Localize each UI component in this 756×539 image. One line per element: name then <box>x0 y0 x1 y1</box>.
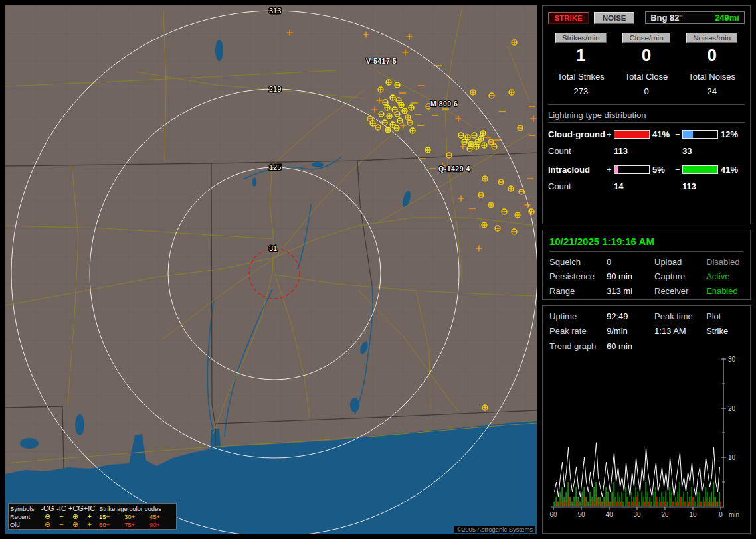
svg-text:313: 313 <box>269 7 281 15</box>
right-panel: STRIKE NOISE Bng 82° 249mi Strikes/min C… <box>542 5 751 534</box>
pcg-old-icon: ⊕ <box>68 521 82 528</box>
count-label: Count <box>548 181 607 191</box>
ic-minus-pct: 41% <box>718 165 741 175</box>
cloud-ground-label: Cloud-ground <box>548 129 607 139</box>
svg-text:30: 30 <box>728 356 736 363</box>
peak-rate-value: 9/min <box>607 326 654 336</box>
legend-recent-label: Recent <box>10 513 41 520</box>
lightning-map[interactable]: V-5417 5M 800 6Q-1429 4 31125219313 Symb… <box>5 5 537 534</box>
plus-sign: + <box>607 165 614 175</box>
cloud-ground-row: Cloud-ground + 41% − 12% Count 113 33 <box>548 129 745 156</box>
strike-legend: Symbols -CG -IC +CG +IC Strike age color… <box>8 503 177 530</box>
close-per-min-chip[interactable]: Close/min <box>622 33 670 43</box>
squelch-label: Squelch <box>549 257 607 267</box>
pic-recent-icon: + <box>82 513 96 520</box>
capture-value: Active <box>706 271 743 281</box>
range-value: 313 mi <box>607 286 654 296</box>
cg-plus-bar <box>614 130 650 139</box>
distribution-title: Lightning type distribution <box>548 110 745 120</box>
nexstorm-window: V-5417 5M 800 6Q-1429 4 31125219313 Symb… <box>0 0 756 539</box>
trend-graph: 3020106050403020100min <box>549 355 743 521</box>
ic-minus-count: 113 <box>682 181 718 191</box>
ncg-old-icon: ⊖ <box>41 521 54 528</box>
cg-minus-count: 33 <box>682 146 718 156</box>
svg-text:60: 60 <box>549 511 557 518</box>
legend-old-label: Old <box>10 521 41 528</box>
plot-label: Plot <box>706 311 743 321</box>
plus-sign: + <box>607 129 614 139</box>
total-strikes-value: 273 <box>548 86 614 96</box>
bearing-readout: Bng 82° 249mi <box>645 11 745 24</box>
legend-col-pic: +IC <box>82 505 96 512</box>
bearing-value: Bng 82° <box>650 13 683 23</box>
status-box: 10/21/2025 1:19:16 AM Squelch 0 Upload D… <box>542 230 751 300</box>
ic-plus-pct: 5% <box>650 165 675 175</box>
range-label: Range <box>549 286 607 296</box>
svg-text:219: 219 <box>269 85 281 93</box>
nic-recent-icon: − <box>54 513 68 520</box>
legend-col-nic: -IC <box>54 505 68 512</box>
strike-button[interactable]: STRIKE <box>548 12 589 24</box>
legend-symbols-title: Symbols <box>10 505 41 512</box>
minus-sign: − <box>675 129 682 139</box>
datetime: 10/21/2025 1:19:16 AM <box>549 236 743 247</box>
svg-text:20: 20 <box>728 405 736 412</box>
total-close-label: Total Close <box>614 72 680 82</box>
upload-label: Upload <box>654 257 706 267</box>
total-noises-label: Total Noises <box>679 72 745 82</box>
count-label: Count <box>548 146 607 156</box>
peak-time-label: Peak time <box>654 311 706 321</box>
svg-text:10: 10 <box>728 454 736 461</box>
session-box: Uptime 92:49 Peak time Plot Peak rate 9/… <box>542 305 751 534</box>
ic-plus-count: 14 <box>614 181 650 191</box>
peak-time-value: 1:13 AM <box>654 326 706 336</box>
svg-text:40: 40 <box>605 511 613 518</box>
distance-value: 249mi <box>715 13 739 23</box>
cg-minus-pct: 12% <box>718 129 741 139</box>
pic-old-icon: + <box>82 521 96 528</box>
persistence-label: Persistence <box>549 271 607 281</box>
trend-graph-label: Trend graph <box>549 341 607 351</box>
cg-plus-count: 113 <box>614 146 650 156</box>
ic-minus-bar <box>682 165 718 174</box>
peak-rate-label: Peak rate <box>549 326 607 336</box>
legend-age-title: Strike age color codes <box>96 505 175 512</box>
svg-text:Q-1429 4: Q-1429 4 <box>438 165 470 173</box>
capture-label: Capture <box>654 271 706 281</box>
intracloud-row: Intracloud + 5% − 41% Count 14 113 <box>548 165 745 191</box>
receiver-value: Enabled <box>706 286 743 296</box>
counters-box: STRIKE NOISE Bng 82° 249mi Strikes/min C… <box>542 5 751 224</box>
age-90: 90+ <box>149 521 175 528</box>
trend-graph-value: 60 min <box>607 341 743 351</box>
noises-per-min-chip[interactable]: Noises/min <box>686 33 737 43</box>
map-canvas: V-5417 5M 800 6Q-1429 4 31125219313 <box>5 5 537 534</box>
ic-plus-bar <box>614 165 650 174</box>
uptime-value: 92:49 <box>607 311 654 321</box>
cg-plus-pct: 41% <box>650 129 675 139</box>
svg-text:31: 31 <box>269 244 277 252</box>
total-noises-value: 24 <box>679 86 745 96</box>
minus-sign: − <box>675 165 682 175</box>
svg-text:V-5417 5: V-5417 5 <box>366 57 397 65</box>
strikes-per-min-chip[interactable]: Strikes/min <box>555 33 607 43</box>
close-per-min-value: 0 <box>614 45 680 66</box>
noise-button[interactable]: NOISE <box>594 12 634 24</box>
uptime-label: Uptime <box>549 311 607 321</box>
svg-text:0: 0 <box>719 511 723 518</box>
svg-text:20: 20 <box>661 511 669 518</box>
legend-col-pcg: +CG <box>68 505 82 512</box>
legend-col-ncg: -CG <box>41 505 54 512</box>
receiver-label: Receiver <box>654 286 706 296</box>
svg-text:50: 50 <box>577 511 585 518</box>
strikes-per-min-value: 1 <box>548 45 614 66</box>
intracloud-label: Intracloud <box>548 165 607 175</box>
age-45: 45+ <box>149 513 175 520</box>
cg-minus-bar <box>682 130 718 139</box>
age-30: 30+ <box>124 513 149 520</box>
plot-value: Strike <box>706 326 743 336</box>
svg-text:M 800 6: M 800 6 <box>430 100 458 108</box>
age-75: 75+ <box>124 521 149 528</box>
age-60: 60+ <box>99 521 124 528</box>
total-strikes-label: Total Strikes <box>548 72 614 82</box>
pcg-recent-icon: ⊕ <box>68 513 82 520</box>
